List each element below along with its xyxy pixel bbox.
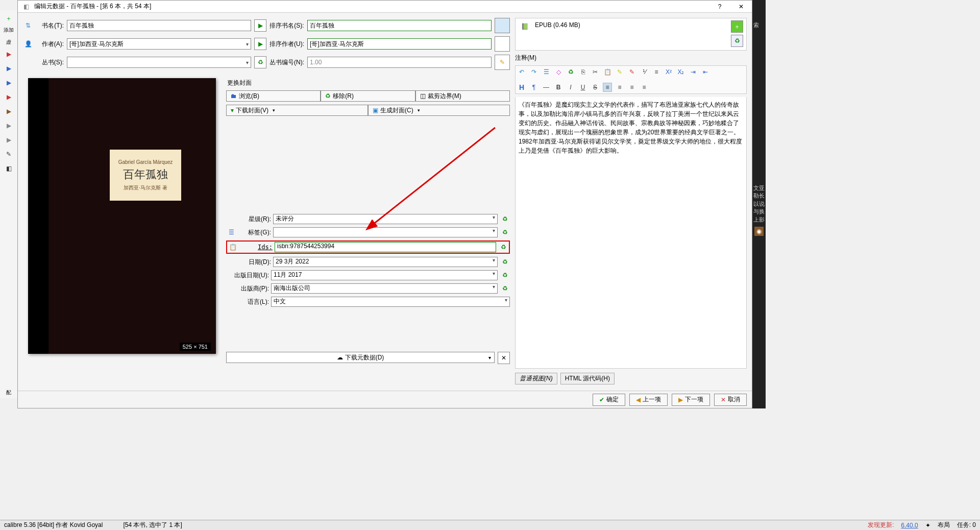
sort-title-arrow[interactable]: ▶ <box>254 19 266 32</box>
underline-icon[interactable]: U <box>578 83 587 92</box>
edit-tool[interactable]: ✎ <box>495 55 510 70</box>
tab-html-source[interactable]: HTML 源代码(H) <box>560 373 615 384</box>
rating-icon[interactable]: ▶ <box>3 119 15 132</box>
series-input[interactable] <box>67 57 251 68</box>
date-input[interactable]: 29 3月 2022 <box>273 257 498 267</box>
align-right-icon[interactable]: ≡ <box>627 83 636 92</box>
hr-icon[interactable]: — <box>542 83 551 92</box>
ok-button[interactable]: ✔确定 <box>593 394 625 406</box>
heading-icon[interactable]: H <box>517 83 526 92</box>
app-icon: ◧ <box>21 2 31 12</box>
formats-panel: 📗 EPUB (0.46 MB) ＋ ♻ <box>515 18 747 51</box>
swap-title-icon[interactable]: ⇅ <box>23 20 33 31</box>
list-ol-icon[interactable]: ⅟ <box>640 67 649 77</box>
pubdate-label: 出版日期(U): <box>226 271 269 280</box>
trim-cover-button[interactable]: ◫裁剪边界(M) <box>415 90 510 102</box>
subscript-icon[interactable]: X₂ <box>676 67 685 77</box>
tags-list-icon[interactable]: ☰ <box>226 227 236 237</box>
browse-cover-button[interactable]: 🖿浏览(B) <box>226 90 321 102</box>
author-tool[interactable] <box>495 36 510 52</box>
languages-icon[interactable]: ▶ <box>3 62 15 75</box>
tags-recycle[interactable]: ♻ <box>500 227 510 237</box>
select-all-icon[interactable]: ☰ <box>542 67 551 77</box>
ids-input[interactable]: isbn:9787544253994 <box>275 242 496 252</box>
paragraph-icon[interactable]: ¶ <box>529 83 538 92</box>
cfg-label: 配 <box>6 389 11 396</box>
list-ul-icon[interactable]: ≡ <box>652 67 661 77</box>
sort-author-input[interactable] <box>307 38 492 50</box>
remove-cover-button[interactable]: ♻移除(R) <box>321 90 415 102</box>
tags-input[interactable] <box>273 227 498 237</box>
language-input[interactable]: 中文 <box>271 297 510 307</box>
status-update-version[interactable]: 6.40.0 <box>901 522 918 529</box>
next-button[interactable]: ▶下一项 <box>672 394 710 406</box>
align-left-icon[interactable]: ≡ <box>603 83 612 92</box>
rating-input[interactable]: 未评分 <box>273 214 498 224</box>
remove-format-icon[interactable]: ◇ <box>554 67 563 77</box>
status-bar: calibre 5.36 [64bit] 作者 Kovid Goyal [54 … <box>0 520 980 530</box>
date-recycle[interactable]: ♻ <box>500 257 510 267</box>
publisher-input[interactable]: 南海出版公司 <box>271 283 498 294</box>
title-input[interactable] <box>67 20 251 31</box>
author-input[interactable]: [哥]加西亚·马尔克斯 <box>67 38 251 50</box>
add-books-icon[interactable]: ＋ <box>3 12 15 25</box>
epub-format-label[interactable]: EPUB (0.46 MB) <box>535 21 743 29</box>
recycle-toolbar-icon[interactable]: ♻ <box>566 67 575 77</box>
generate-cover-button[interactable]: ▣生成封面(C)▾ <box>368 105 510 116</box>
download-metadata-button[interactable]: ☁下载元数据(D) <box>226 352 495 363</box>
status-layout[interactable]: 布局 <box>938 521 950 529</box>
publisher-recycle[interactable]: ♻ <box>500 283 510 294</box>
arrow-left-icon: ◀ <box>636 396 641 403</box>
indent-icon[interactable]: ⇥ <box>689 67 698 77</box>
italic-icon[interactable]: I <box>566 83 575 92</box>
notes-textarea[interactable]: 《百年孤独》是魔幻现实主义文学的代表作，描写了布恩迪亚家族七代人的传奇故事，以及… <box>515 97 747 369</box>
cancel-button[interactable]: ✕取消 <box>714 394 747 406</box>
status-jobs[interactable]: 任务: 0 <box>957 521 976 529</box>
paste-icon[interactable]: 📋 <box>228 242 238 252</box>
formats-icon[interactable]: ▶ <box>3 91 15 103</box>
publisher-label: 出版商(P): <box>226 284 269 293</box>
highlight-red-icon[interactable]: ✎ <box>627 67 636 77</box>
config-metadata-button[interactable]: ✕ <box>498 352 510 364</box>
pubdate-recycle[interactable]: ♻ <box>500 270 510 280</box>
redo-icon[interactable]: ↷ <box>529 67 538 77</box>
outdent-icon[interactable]: ⇤ <box>701 67 710 77</box>
ids-recycle[interactable]: ♻ <box>498 242 508 252</box>
series-icon[interactable]: ▶ <box>3 77 15 89</box>
swap-author-icon[interactable]: 👤 <box>23 39 33 49</box>
cut-icon[interactable]: ✂ <box>591 67 600 77</box>
sort-author-arrow[interactable]: ▶ <box>254 38 266 50</box>
epub-icon[interactable]: 📗 <box>519 21 531 32</box>
align-justify-icon[interactable]: ≡ <box>640 83 649 92</box>
background-book-panel: 索 文亚勒长以说与换上影 ◉ <box>752 0 766 408</box>
prev-button[interactable]: ◀上一项 <box>629 394 668 406</box>
series-recycle[interactable]: ♻ <box>254 56 266 68</box>
copy-icon[interactable]: ⎘ <box>578 67 587 77</box>
strike-icon[interactable]: S <box>591 83 600 92</box>
identifiers-icon[interactable]: ◧ <box>3 162 15 175</box>
pubdate-input[interactable]: 11月 2017 <box>271 270 498 280</box>
align-center-icon[interactable]: ≡ <box>615 83 624 92</box>
remove-format-button[interactable]: ♻ <box>731 35 743 47</box>
authors-icon[interactable]: ▶ <box>3 48 15 60</box>
download-cover-button[interactable]: ▾下载封面(V)▾ <box>226 105 368 116</box>
bold-icon[interactable]: B <box>554 83 563 92</box>
rating-recycle[interactable]: ♻ <box>500 214 510 224</box>
superscript-icon[interactable]: X² <box>664 67 673 77</box>
add-format-button[interactable]: ＋ <box>731 20 743 33</box>
layout-icon[interactable]: ✦ <box>925 522 930 529</box>
tags-icon[interactable]: ✎ <box>3 148 15 160</box>
author-label: 作者(A): <box>36 40 64 49</box>
tab-normal-view[interactable]: 普通视图(N) <box>515 373 557 384</box>
publisher-icon[interactable]: ▶ <box>3 105 15 117</box>
highlight-yellow-icon[interactable]: ✎ <box>615 67 624 77</box>
sort-title-tool[interactable] <box>495 18 510 33</box>
undo-icon[interactable]: ↶ <box>517 67 526 77</box>
series-num-input[interactable] <box>307 57 492 68</box>
close-button[interactable]: ✕ <box>733 3 749 10</box>
trim-icon: ◫ <box>420 92 426 100</box>
help-button[interactable]: ? <box>712 3 727 10</box>
paste-toolbar-icon[interactable]: 📋 <box>603 67 612 77</box>
news-icon[interactable]: ▶ <box>3 134 15 146</box>
sort-title-input[interactable] <box>307 20 492 31</box>
